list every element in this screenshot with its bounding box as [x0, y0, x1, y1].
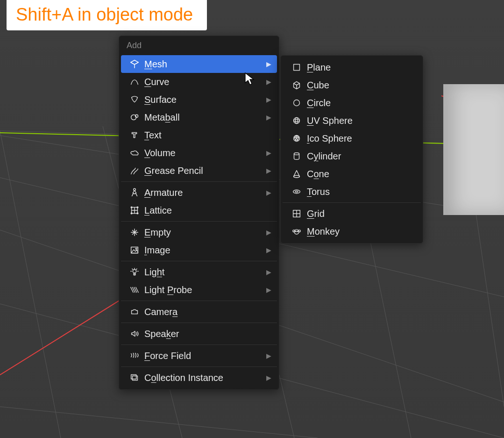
menu-separator: [283, 202, 421, 203]
light-probe-icon: [129, 285, 140, 295]
volume-icon: [129, 148, 140, 158]
mesh-menu-item-monkey[interactable]: Monkey: [283, 223, 421, 240]
mesh-submenu: PlaneCubeCircleUV SphereIco SphereCylind…: [280, 55, 423, 244]
menu-separator: [121, 323, 277, 323]
chevron-right-icon: ▶: [266, 374, 271, 381]
add-menu-item-lattice[interactable]: Lattice: [121, 201, 277, 219]
add-menu-item-volume[interactable]: Volume▶: [121, 144, 277, 162]
grease-pencil-icon: [129, 165, 140, 176]
menu-item-label: Surface: [144, 94, 266, 105]
surface-icon: [129, 94, 140, 105]
menu-item-label: UV Sphere: [307, 115, 415, 126]
menu-item-label: Grease Pencil: [144, 165, 266, 176]
menu-item-label: Volume: [144, 148, 266, 158]
menu-item-label: Force Field: [144, 351, 266, 361]
menu-item-label: Grid: [307, 208, 415, 219]
curve-icon: [129, 77, 140, 87]
mesh-menu-item-grid[interactable]: Grid: [283, 205, 421, 223]
add-menu-item-grease-pencil[interactable]: Grease Pencil▶: [121, 162, 277, 180]
collection-icon: [129, 373, 140, 383]
menu-item-label: Curve: [144, 77, 266, 87]
menu-item-label: Lattice: [144, 205, 271, 216]
lattice-icon: [129, 205, 140, 215]
add-menu-item-armature[interactable]: Armature▶: [121, 184, 277, 201]
mesh-menu-item-torus[interactable]: Torus: [283, 183, 421, 201]
caption-text: Shift+A in object mode: [16, 5, 193, 24]
menu-item-label: Mesh: [144, 59, 266, 70]
add-menu-item-light-probe[interactable]: Light Probe▶: [121, 281, 277, 299]
add-menu-item-force-field[interactable]: Force Field▶: [121, 347, 277, 365]
menu-separator: [121, 181, 277, 182]
menu-item-label: Torus: [307, 187, 415, 197]
menu-item-label: Plane: [307, 62, 415, 73]
mesh-menu-item-uv-sphere[interactable]: UV Sphere: [283, 112, 421, 129]
chevron-right-icon: ▶: [266, 246, 271, 254]
caption-box: Shift+A in object mode: [7, 0, 207, 30]
cone-icon: [291, 169, 302, 179]
monkey-icon: [291, 226, 302, 237]
mesh-menu-item-ico-sphere[interactable]: Ico Sphere: [283, 129, 421, 147]
menu-item-label: Monkey: [307, 226, 415, 237]
mesh-menu-item-plane[interactable]: Plane: [283, 58, 421, 76]
light-icon: [129, 267, 140, 277]
add-menu-item-mesh[interactable]: Mesh▶: [121, 55, 277, 73]
menu-item-label: Cube: [307, 80, 415, 91]
chevron-right-icon: ▶: [266, 149, 271, 157]
chevron-right-icon: ▶: [266, 167, 271, 174]
ico-sphere-icon: [291, 133, 302, 144]
speaker-icon: [129, 329, 140, 339]
menu-item-label: Cone: [307, 169, 415, 180]
chevron-right-icon: ▶: [266, 60, 271, 68]
menu-item-label: Speaker: [144, 329, 271, 339]
add-menu-item-camera[interactable]: Camera: [121, 303, 277, 321]
text-icon: [129, 130, 140, 140]
menu-separator: [121, 221, 277, 222]
armature-icon: [129, 187, 140, 198]
add-menu-item-image[interactable]: Image▶: [121, 241, 277, 259]
add-menu-item-metaball[interactable]: Metaball▶: [121, 108, 277, 126]
add-menu-item-empty[interactable]: Empty▶: [121, 223, 277, 241]
mesh-menu-item-cube[interactable]: Cube: [283, 76, 421, 94]
add-menu-item-text[interactable]: Text: [121, 126, 277, 144]
cube-icon: [291, 80, 302, 90]
menu-item-label: Circle: [307, 98, 415, 108]
menu-item-label: Light: [144, 267, 266, 278]
add-menu-item-surface[interactable]: Surface▶: [121, 91, 277, 108]
chevron-right-icon: ▶: [266, 229, 271, 236]
svg-line-5: [0, 407, 318, 438]
menu-item-label: Ico Sphere: [307, 133, 415, 144]
chevron-right-icon: ▶: [266, 96, 271, 103]
menu-item-label: Image: [144, 245, 266, 256]
circle-icon: [291, 98, 302, 108]
add-menu-item-light[interactable]: Light▶: [121, 263, 277, 281]
mesh-menu-item-cylinder[interactable]: Cylinder: [283, 147, 421, 165]
chevron-right-icon: ▶: [266, 189, 271, 196]
menu-item-label: Camera: [144, 307, 271, 317]
menu-item-label: Metaball: [144, 112, 266, 123]
empty-icon: [129, 227, 140, 237]
add-menu-item-speaker[interactable]: Speaker: [121, 325, 277, 343]
default-cube: [443, 84, 504, 215]
chevron-right-icon: ▶: [266, 114, 271, 121]
add-menu-item-curve[interactable]: Curve▶: [121, 73, 277, 91]
chevron-right-icon: ▶: [266, 78, 271, 86]
menu-item-label: Empty: [144, 227, 266, 238]
metaball-icon: [129, 112, 140, 122]
cylinder-icon: [291, 151, 302, 161]
menu-separator: [121, 345, 277, 345]
menu-item-label: Text: [144, 130, 271, 141]
grid-icon: [291, 208, 302, 219]
menu-item-label: Cylinder: [307, 151, 415, 162]
menu-separator: [121, 261, 277, 261]
chevron-right-icon: ▶: [266, 352, 271, 359]
add-menu: Add Mesh▶Curve▶Surface▶Metaball▶TextVolu…: [119, 36, 279, 390]
mesh-menu-item-circle[interactable]: Circle: [283, 94, 421, 112]
plane-icon: [291, 62, 302, 72]
menu-item-label: Light Probe: [144, 285, 266, 295]
menu-item-label: Armature: [144, 187, 266, 198]
add-menu-item-collection-instance[interactable]: Collection Instance▶: [121, 369, 277, 387]
camera-icon: [129, 307, 140, 317]
image-icon: [129, 245, 140, 255]
mesh-menu-item-cone[interactable]: Cone: [283, 165, 421, 183]
chevron-right-icon: ▶: [266, 286, 271, 294]
